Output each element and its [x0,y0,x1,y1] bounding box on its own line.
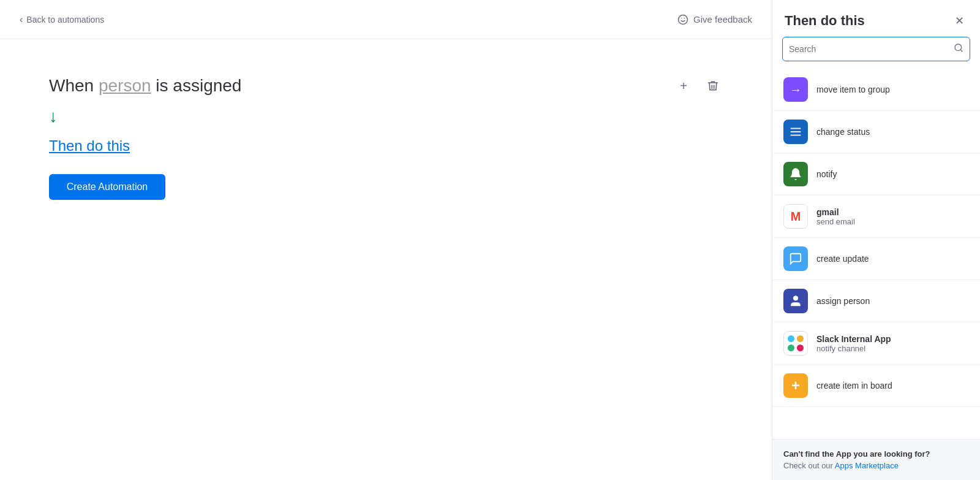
action-item-assign-person[interactable]: assign person [772,280,980,322]
cant-find-text: Check out our Apps Marketplace [783,461,969,470]
main-content: ‹ Back to automations Give feedback When… [0,0,772,480]
slack-dot-green [788,345,794,351]
svg-point-0 [679,15,688,24]
back-arrow-icon: ‹ [20,14,23,25]
search-input[interactable] [789,44,954,54]
search-icon [954,43,963,55]
then-do-this-panel: Then do this ✕ → move item to group [772,0,980,480]
cant-find-prefix: Check out our [783,461,835,470]
slack-dot-red [797,345,804,351]
action-name-assign-person: assign person [816,296,870,306]
action-list: → move item to group change status [772,69,980,439]
search-input-wrapper [782,37,970,61]
trash-icon [707,80,719,92]
slack-dot-yellow [797,335,804,342]
builder-area: When person is assigned + ↓ The [0,39,772,480]
gmail-icon: M [783,204,808,229]
action-text-move-item: move item to group [816,85,890,94]
action-name-gmail: gmail [816,207,855,217]
flow-arrow-down: ↓ [49,108,723,125]
trigger-actions: + [674,76,723,96]
action-name-create-in-board: create item in board [816,381,892,390]
action-item-gmail[interactable]: M gmail send email [772,196,980,238]
panel-header: Then do this ✕ [772,0,980,37]
slack-dot-teal [788,335,794,342]
action-item-change-status[interactable]: change status [772,111,980,153]
svg-line-4 [960,50,962,51]
close-panel-button[interactable]: ✕ [951,12,968,29]
create-automation-button[interactable]: Create Automation [49,174,165,200]
trigger-person-link[interactable]: person [99,76,151,95]
feedback-icon [677,14,688,25]
delete-trigger-button[interactable] [703,76,723,96]
apps-marketplace-link[interactable]: Apps Marketplace [835,461,899,470]
action-name-create-update: create update [816,254,869,264]
close-icon: ✕ [955,14,964,28]
assign-person-icon [783,289,808,313]
change-status-icon [783,120,808,144]
slack-app-icon [783,331,808,356]
back-to-automations-link[interactable]: ‹ Back to automations [20,14,104,25]
action-text-change-status: change status [816,127,870,137]
action-name-notify: notify [816,169,837,179]
action-item-create-update[interactable]: create update [772,238,980,280]
gmail-m-letter: M [791,210,801,224]
action-text-gmail: gmail send email [816,207,855,226]
panel-title: Then do this [785,13,865,29]
svg-point-8 [793,296,797,300]
add-trigger-button[interactable]: + [674,76,693,96]
move-to-group-icon: → [783,77,808,102]
action-text-create-in-board: create item in board [816,381,892,390]
action-subtitle-gmail: send email [816,217,855,226]
action-item-slack[interactable]: Slack Internal App notify channel [772,322,980,365]
cant-find-title: Can't find the App you are looking for? [783,449,969,459]
notify-icon [783,162,808,186]
action-subtitle-slack: notify channel [816,344,891,353]
action-name-change-status: change status [816,127,870,137]
action-item-move-item-to-group[interactable]: → move item to group [772,69,980,111]
action-item-create-in-board[interactable]: + create item in board [772,365,980,407]
then-do-this-link[interactable]: Then do this [49,137,723,154]
trigger-prefix: When [49,76,99,95]
create-item-board-icon: + [783,373,808,398]
cant-find-app-section: Can't find the App you are looking for? … [772,439,980,480]
trigger-row: When person is assigned + [49,76,723,96]
action-name-slack: Slack Internal App [816,334,891,344]
action-text-notify: notify [816,169,837,179]
topbar: ‹ Back to automations Give feedback [0,0,772,39]
action-text-create-update: create update [816,254,869,264]
action-text-assign-person: assign person [816,296,870,306]
back-label: Back to automations [26,15,104,25]
slack-dots [788,335,804,351]
action-name-move-item: move item to group [816,85,890,94]
create-update-icon [783,246,808,271]
give-feedback-button[interactable]: Give feedback [677,14,752,25]
action-item-notify[interactable]: notify [772,153,980,196]
search-container [772,37,980,69]
action-text-slack: Slack Internal App notify channel [816,334,891,353]
trigger-suffix: is assigned [151,76,242,95]
give-feedback-label: Give feedback [693,14,752,25]
plus-icon: + [680,79,687,93]
trigger-text: When person is assigned [49,76,241,96]
